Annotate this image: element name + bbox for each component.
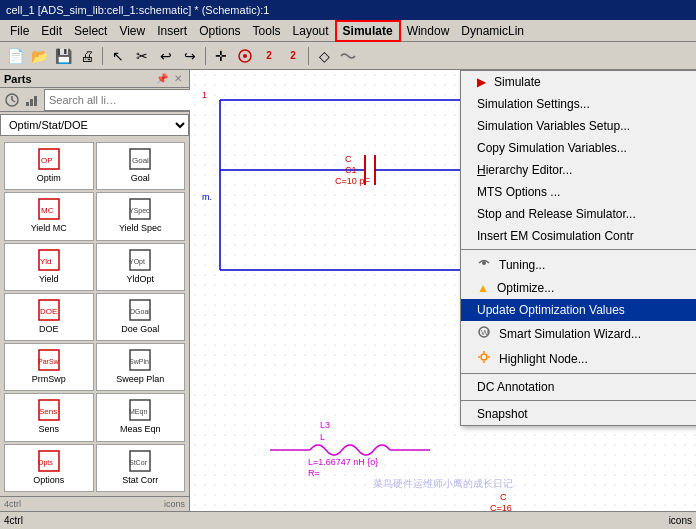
svg-text:MEqn: MEqn xyxy=(129,408,147,416)
parts-close-icon[interactable]: ✕ xyxy=(171,72,185,86)
part-yldopt-label: YldOpt xyxy=(126,274,154,284)
hierarchy-label: Hierarchy Editor... xyxy=(477,163,572,177)
menu-edit[interactable]: Edit xyxy=(35,22,68,40)
svg-text:ParSw: ParSw xyxy=(38,358,60,365)
svg-text:W: W xyxy=(481,328,489,337)
title-text: cell_1 [ADS_sim_lib:cell_1:schematic] * … xyxy=(6,4,270,16)
toolbar-num1[interactable]: 2 xyxy=(258,45,280,67)
menu-item-copy-sim-vars[interactable]: Copy Simulation Variables... xyxy=(461,137,696,159)
goal-icon: Goal xyxy=(126,145,154,173)
toolbar-redo[interactable]: ↪ xyxy=(179,45,201,67)
svg-rect-6 xyxy=(30,99,33,106)
svg-rect-7 xyxy=(34,96,37,106)
part-doe[interactable]: DOE DOE xyxy=(4,293,94,341)
menu-item-mts-options[interactable]: MTS Options ... xyxy=(461,181,696,203)
menu-item-stop-release[interactable]: Stop and Release Simulator... xyxy=(461,203,696,225)
part-doe-goal[interactable]: DGoal Doe Goal xyxy=(96,293,186,341)
toolbar-diamond[interactable]: ◇ xyxy=(313,45,335,67)
parts-clock-icon[interactable] xyxy=(4,91,20,109)
toolbar-select[interactable]: ↖ xyxy=(107,45,129,67)
svg-text:DOE: DOE xyxy=(40,307,57,316)
menu-file[interactable]: File xyxy=(4,22,35,40)
category-select[interactable]: Optim/Stat/DOE xyxy=(0,114,189,136)
insert-em-label: Insert EM Cosimulation Contr xyxy=(477,229,634,243)
part-mc[interactable]: MC Yield MC xyxy=(4,192,94,240)
part-options[interactable]: Opts Options xyxy=(4,444,94,492)
menu-item-insert-em[interactable]: Insert EM Cosimulation Contr xyxy=(461,225,696,247)
yield-spec-icon: YSpec xyxy=(126,195,154,223)
part-sens[interactable]: Sens Sens xyxy=(4,393,94,441)
menu-item-dc-annotation[interactable]: DC Annotation xyxy=(461,376,696,398)
toolbar-insert-wire[interactable]: ✛ xyxy=(210,45,232,67)
toolbar-sep2 xyxy=(205,47,206,65)
menu-item-sim-settings[interactable]: Simulation Settings... xyxy=(461,93,696,115)
part-optim[interactable]: OP Optim xyxy=(4,142,94,190)
toolbar-component[interactable] xyxy=(234,45,256,67)
tuning-icon xyxy=(477,256,491,273)
stat-corr-icon: StCor xyxy=(126,447,154,475)
menu-sep3 xyxy=(461,400,696,401)
schematic-area[interactable]: R1 R=5 C C1 C=10 pF L L3 L=1.66747 nH {o… xyxy=(190,70,696,511)
toolbar-wave[interactable] xyxy=(337,45,359,67)
svg-text:C: C xyxy=(500,492,507,502)
menu-layout[interactable]: Layout xyxy=(287,22,335,40)
part-stat-corr[interactable]: StCor Stat Corr xyxy=(96,444,186,492)
svg-text:YOpt: YOpt xyxy=(129,258,145,266)
menu-item-hierarchy[interactable]: Hierarchy Editor... xyxy=(461,159,696,181)
parts-header-icons: 📌 ✕ xyxy=(155,72,185,86)
options-icon: Opts xyxy=(35,447,63,475)
svg-text:MC: MC xyxy=(41,206,54,215)
part-prmswp[interactable]: ParSw PrmSwp xyxy=(4,343,94,391)
menu-dynamiclin[interactable]: DynamicLin xyxy=(455,22,530,40)
menu-item-smart-sim[interactable]: W Smart Simulation Wizard... xyxy=(461,321,696,346)
menu-item-sim-vars[interactable]: Simulation Variables Setup... xyxy=(461,115,696,137)
svg-text:C: C xyxy=(345,154,352,164)
part-yldopt[interactable]: YOpt YldOpt xyxy=(96,243,186,291)
part-doe-label: DOE xyxy=(39,324,59,334)
dc-annotation-label: DC Annotation xyxy=(477,380,554,394)
menu-options[interactable]: Options xyxy=(193,22,246,40)
parts-bar-icon[interactable] xyxy=(24,91,40,109)
menu-simulate[interactable]: Simulate xyxy=(335,20,401,42)
parts-header: Parts 📌 ✕ xyxy=(0,70,189,88)
part-goal[interactable]: Goal Goal xyxy=(96,142,186,190)
menu-item-snapshot[interactable]: Snapshot xyxy=(461,403,696,425)
main-layout: Parts 📌 ✕ xyxy=(0,70,696,511)
part-yield-spec[interactable]: YSpec Yield Spec xyxy=(96,192,186,240)
menu-item-optimize[interactable]: ▲ Optimize... xyxy=(461,277,696,299)
parts-icons-label: icons xyxy=(164,499,185,509)
toolbar-save[interactable]: 💾 xyxy=(52,45,74,67)
part-yield-label: Yield xyxy=(39,274,59,284)
toolbar-new[interactable]: 📄 xyxy=(4,45,26,67)
menu-item-tuning[interactable]: Tuning... xyxy=(461,252,696,277)
part-sweep-plan[interactable]: SwPln Sweep Plan xyxy=(96,343,186,391)
parts-panel: Parts 📌 ✕ xyxy=(0,70,190,511)
menu-item-update-opt[interactable]: Update Optimization Values xyxy=(461,299,696,321)
part-meas-eqn[interactable]: MEqn Meas Eqn xyxy=(96,393,186,441)
sens-icon: Sens xyxy=(35,396,63,424)
svg-point-70 xyxy=(481,354,487,360)
svg-text:L: L xyxy=(320,432,325,442)
menu-view[interactable]: View xyxy=(113,22,151,40)
parts-pin-icon[interactable]: 📌 xyxy=(155,72,169,86)
toolbar-undo[interactable]: ↩ xyxy=(155,45,177,67)
menu-item-highlight[interactable]: Highlight Node... xyxy=(461,346,696,371)
menu-item-simulate[interactable]: ▶ Simulate xyxy=(461,71,696,93)
menu-insert[interactable]: Insert xyxy=(151,22,193,40)
watermark: 菜鸟硬件运维师小鹰的成长日记 xyxy=(373,477,513,491)
toolbar-print[interactable]: 🖨 xyxy=(76,45,98,67)
toolbar-open[interactable]: 📂 xyxy=(28,45,50,67)
part-goal-label: Goal xyxy=(131,173,150,183)
search-input[interactable] xyxy=(44,89,192,111)
simulate-run-icon: ▶ xyxy=(477,75,486,89)
menu-sep1 xyxy=(461,249,696,250)
menu-window[interactable]: Window xyxy=(401,22,456,40)
toolbar-cut[interactable]: ✂ xyxy=(131,45,153,67)
part-yield[interactable]: Yld Yield xyxy=(4,243,94,291)
yldopt-icon: YOpt xyxy=(126,246,154,274)
menu-select[interactable]: Select xyxy=(68,22,113,40)
svg-text:C1: C1 xyxy=(345,165,357,175)
svg-text:L=1.66747 nH {o}: L=1.66747 nH {o} xyxy=(308,457,378,467)
menu-tools[interactable]: Tools xyxy=(247,22,287,40)
toolbar-num2[interactable]: 2 xyxy=(282,45,304,67)
